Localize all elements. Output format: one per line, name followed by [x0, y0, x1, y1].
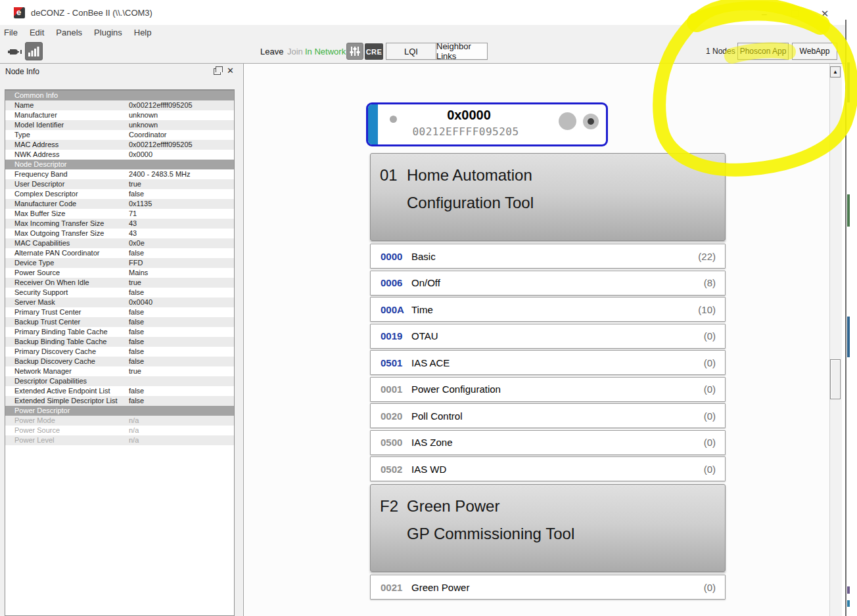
cluster-row-0000[interactable]: 0000Basic(22)	[370, 244, 726, 269]
info-label: NWK Address	[14, 150, 59, 160]
cluster-row-0021[interactable]: 0021Green Power(0)	[370, 575, 726, 600]
endpoint-header-01[interactable]: 01Home AutomationConfiguration Tool	[370, 153, 726, 241]
info-label: Model Identifier	[14, 120, 64, 130]
signal-bars-button[interactable]	[25, 42, 43, 60]
cre-button[interactable]: CRE	[365, 43, 383, 60]
cluster-attr-count: (0)	[704, 464, 725, 475]
cluster-row-000a[interactable]: 000ATime(10)	[370, 297, 726, 322]
leave-action[interactable]: Leave	[260, 39, 283, 63]
maximize-button[interactable]	[783, 8, 806, 20]
info-value: false	[129, 396, 144, 406]
cluster-id: 0006	[371, 277, 411, 288]
info-label: Max Buffer Size	[14, 209, 65, 219]
menu-item-plugins[interactable]: Plugins	[88, 28, 128, 37]
info-value: false	[129, 347, 144, 357]
info-label: Backup Trust Center	[14, 317, 80, 327]
background-chip	[847, 62, 850, 102]
info-row: Name0x00212effff095205	[5, 100, 234, 110]
toolbar: Leave Join In Network CRE LQI Neighbor L…	[0, 39, 846, 64]
info-label: MAC Address	[14, 140, 58, 150]
cluster-attr-count: (0)	[704, 384, 725, 395]
info-row: MAC Address0x00212effff095205	[5, 140, 234, 150]
close-button[interactable]: ✕	[814, 8, 836, 20]
info-value: n/a	[129, 435, 139, 445]
info-row: Device TypeFFD	[5, 258, 234, 268]
info-row: Backup Discovery Cachefalse	[5, 357, 234, 366]
info-row: Network Managertrue	[5, 366, 234, 376]
info-row: Server Mask0x0040	[5, 297, 234, 307]
scrollbar-thumb[interactable]	[830, 359, 841, 399]
menu-item-panels[interactable]: Panels	[50, 28, 88, 37]
phoscon-app-button[interactable]: Phoscon App	[737, 43, 789, 60]
info-label: Descriptor Capabilities	[14, 376, 87, 386]
info-label: Network Manager	[14, 366, 72, 376]
info-label: Max Incoming Transfer Size	[14, 219, 104, 229]
cluster-row-0502[interactable]: 0502IAS WD(0)	[370, 456, 726, 481]
info-value: false	[129, 189, 144, 199]
info-label: Extended Simple Descriptor List	[14, 396, 118, 406]
deconz-window: e deCONZ - ConBee II (\\.\COM3) – ✕ File…	[0, 0, 857, 616]
webapp-button[interactable]: WebApp	[792, 43, 837, 60]
serial-port-icon	[7, 48, 24, 56]
app-logo-icon: e	[14, 7, 25, 18]
info-row: Alternate PAN Coordinatorfalse	[5, 248, 234, 258]
nodes-count: 1 Nodes	[706, 39, 735, 63]
background-chip	[847, 194, 850, 227]
cluster-name: IAS Zone	[411, 437, 453, 448]
info-value: true	[129, 179, 141, 189]
join-action[interactable]: Join	[287, 39, 303, 63]
info-value: unknown	[129, 110, 158, 120]
info-row: Model Identifierunknown	[5, 120, 234, 130]
cluster-id: 000A	[371, 304, 411, 315]
info-label: Server Mask	[14, 297, 55, 307]
cluster-row-0019[interactable]: 0019OTAU(0)	[370, 324, 726, 349]
menu-item-help[interactable]: Help	[128, 28, 158, 37]
menu-item-file[interactable]: File	[0, 28, 24, 37]
window-title: deCONZ - ConBee II (\\.\COM3)	[31, 8, 152, 18]
info-row: Max Incoming Transfer Size43	[5, 219, 234, 229]
info-value: Mains	[129, 268, 148, 278]
section-header: Node Descriptor	[5, 160, 234, 169]
node-toggle-circle[interactable]	[583, 114, 599, 129]
lqi-button[interactable]: LQI	[386, 43, 436, 60]
info-row: Extended Simple Descriptor Listfalse	[5, 396, 234, 406]
signal-bars-icon	[28, 46, 39, 56]
background-chip	[847, 586, 850, 594]
endpoint-stack: 01Home AutomationConfiguration Tool0000B…	[370, 153, 726, 602]
info-value: n/a	[129, 426, 139, 435]
cluster-attr-count: (0)	[704, 357, 725, 368]
info-row: Power SourceMains	[5, 268, 234, 278]
cluster-row-0501[interactable]: 0501IAS ACE(0)	[370, 350, 726, 375]
neighbor-links-button[interactable]: Neighbor Links	[436, 43, 488, 60]
info-label: Manufacturer	[14, 110, 57, 120]
info-label: Security Support	[14, 288, 68, 297]
endpoint-id: F2	[380, 497, 398, 516]
cluster-row-0020[interactable]: 0020Poll Control(0)	[370, 403, 726, 428]
endpoint-device: Configuration Tool	[407, 194, 534, 212]
info-label: Power Level	[14, 435, 55, 445]
info-value: false	[129, 288, 144, 297]
cluster-row-0500[interactable]: 0500IAS Zone(0)	[370, 430, 726, 455]
canvas-scrollbar[interactable]	[829, 64, 842, 616]
float-panel-icon[interactable]	[214, 68, 221, 75]
cluster-row-0001[interactable]: 0001Power Configuration(0)	[370, 377, 726, 402]
info-value: false	[129, 317, 144, 327]
menu-bar: FileEditPanelsPluginsHelp	[0, 25, 846, 39]
cluster-name: IAS ACE	[411, 357, 450, 368]
info-label: Extended Active Endpoint List	[14, 386, 110, 396]
panel-title: Node Info	[5, 67, 39, 76]
minimize-button[interactable]: –	[753, 8, 776, 20]
info-value: n/a	[129, 416, 139, 426]
cluster-id: 0502	[371, 464, 411, 475]
info-value: 43	[129, 229, 137, 238]
cluster-row-0006[interactable]: 0006On/Off(8)	[370, 271, 726, 296]
panel-close-icon[interactable]: ✕	[227, 66, 234, 76]
info-row: Power Leveln/a	[5, 435, 234, 445]
node-indicator-circle[interactable]	[559, 112, 576, 130]
cluster-name: Poll Control	[411, 410, 463, 422]
node-widget-coordinator[interactable]: 0x0000 00212EFFFF095205	[366, 102, 608, 146]
menu-item-edit[interactable]: Edit	[24, 28, 50, 37]
filter-sliders-button[interactable]	[346, 43, 363, 60]
scrollbar-up-button[interactable]: ▲	[830, 66, 841, 77]
endpoint-header-f2[interactable]: F2Green PowerGP Commissioning Tool	[370, 484, 726, 572]
